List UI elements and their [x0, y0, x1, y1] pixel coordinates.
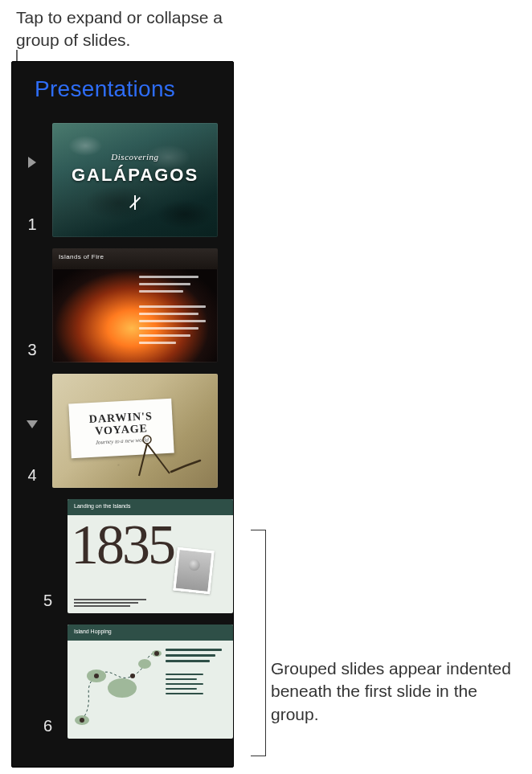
slide-thumbnail[interactable]: Landing on the Islands 1835 — [68, 499, 233, 613]
compass-icon — [128, 195, 142, 210]
island-map-icon — [72, 644, 165, 732]
callout-expand-collapse: Tap to expand or collapse a group of sli… — [16, 6, 257, 52]
svg-point-6 — [108, 678, 137, 698]
slide-gutter: 4 — [17, 374, 47, 488]
divider-compass-icon — [133, 432, 205, 480]
slide-title: GALÁPAGOS — [52, 165, 218, 186]
svg-point-11 — [130, 674, 135, 678]
slide-number: 6 — [43, 717, 52, 735]
slide-gutter: 6 — [33, 625, 63, 739]
slide-row[interactable]: 4 DARWIN'SVOYAGE Journey to a new world — [17, 374, 233, 488]
slide-thumbnail[interactable]: Discovering GALÁPAGOS — [52, 123, 218, 237]
slide-row[interactable]: 3 Islands of Fire — [17, 248, 233, 362]
slide-thumbnail[interactable]: DARWIN'SVOYAGE Journey to a new world — [52, 374, 218, 488]
svg-line-2 — [147, 444, 170, 473]
slide-year: 1835 — [71, 517, 174, 573]
presentations-back-link[interactable]: Presentations — [12, 62, 233, 109]
slide-heading: Landing on the Islands — [74, 503, 130, 509]
svg-point-9 — [80, 718, 84, 723]
svg-point-10 — [94, 674, 99, 678]
slide-gutter: 5 — [33, 499, 63, 613]
slide-overline: Discovering — [52, 152, 218, 162]
slide-body-placeholder — [139, 276, 213, 344]
svg-point-0 — [143, 436, 151, 444]
slide-number: 3 — [27, 341, 36, 359]
slide-row[interactable]: 5 Landing on the Islands 1835 — [33, 499, 233, 613]
slide-gutter: 3 — [17, 248, 47, 362]
disclosure-triangle-icon[interactable] — [28, 157, 36, 168]
svg-point-7 — [138, 659, 151, 669]
slide-row[interactable]: 6 Island Hopping — [33, 625, 233, 739]
slide-number: 1 — [27, 215, 36, 234]
slide-thumbnail[interactable]: Islands of Fire — [52, 248, 218, 362]
slide-navigator-panel: Presentations 1 Discovering GALÁPAGOS 3 … — [11, 61, 234, 768]
slide-body-placeholder — [166, 649, 228, 694]
slide-heading: Islands of Fire — [59, 253, 104, 260]
grouped-slides-bracket — [251, 530, 266, 756]
slide-gutter: 1 — [17, 123, 47, 237]
slide-row[interactable]: 1 Discovering GALÁPAGOS — [17, 123, 233, 237]
callout-grouped-slides: Grouped slides appear indented beneath t… — [271, 657, 520, 726]
portrait-photo — [173, 547, 214, 595]
slide-thumbnail[interactable]: Island Hopping — [68, 625, 233, 739]
disclosure-triangle-icon[interactable] — [27, 420, 38, 428]
slide-heading: Island Hopping — [74, 629, 112, 634]
slide-list: 1 Discovering GALÁPAGOS 3 Islands of Fir… — [12, 109, 233, 739]
slide-caption-placeholder — [74, 599, 146, 607]
slide-number: 4 — [27, 466, 36, 485]
slide-number: 5 — [43, 592, 52, 610]
svg-point-12 — [154, 651, 159, 656]
svg-line-1 — [139, 444, 147, 476]
